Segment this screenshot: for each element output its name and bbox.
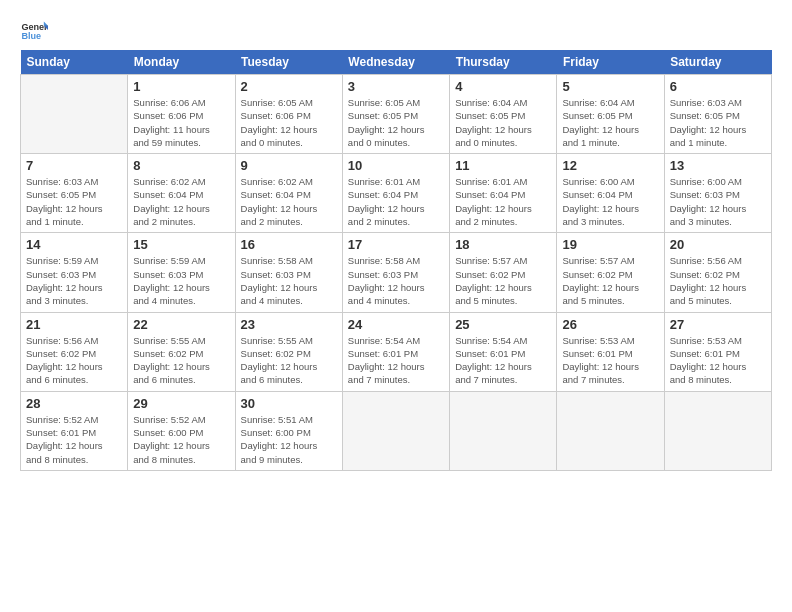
calendar-cell: 25Sunrise: 5:54 AM Sunset: 6:01 PM Dayli… [450, 312, 557, 391]
header-thursday: Thursday [450, 50, 557, 75]
calendar-cell: 4Sunrise: 6:04 AM Sunset: 6:05 PM Daylig… [450, 75, 557, 154]
day-number: 29 [133, 396, 229, 411]
logo: General Blue [20, 16, 52, 44]
day-number: 6 [670, 79, 766, 94]
day-info: Sunrise: 5:52 AM Sunset: 6:01 PM Dayligh… [26, 413, 122, 466]
day-number: 17 [348, 237, 444, 252]
day-info: Sunrise: 5:54 AM Sunset: 6:01 PM Dayligh… [348, 334, 444, 387]
day-info: Sunrise: 5:58 AM Sunset: 6:03 PM Dayligh… [348, 254, 444, 307]
calendar-cell [342, 391, 449, 470]
day-info: Sunrise: 5:56 AM Sunset: 6:02 PM Dayligh… [670, 254, 766, 307]
day-number: 10 [348, 158, 444, 173]
calendar-cell [21, 75, 128, 154]
day-number: 25 [455, 317, 551, 332]
calendar-cell [557, 391, 664, 470]
day-info: Sunrise: 5:55 AM Sunset: 6:02 PM Dayligh… [133, 334, 229, 387]
day-info: Sunrise: 6:02 AM Sunset: 6:04 PM Dayligh… [241, 175, 337, 228]
day-info: Sunrise: 5:51 AM Sunset: 6:00 PM Dayligh… [241, 413, 337, 466]
day-number: 21 [26, 317, 122, 332]
calendar-cell: 26Sunrise: 5:53 AM Sunset: 6:01 PM Dayli… [557, 312, 664, 391]
calendar-cell: 24Sunrise: 5:54 AM Sunset: 6:01 PM Dayli… [342, 312, 449, 391]
day-info: Sunrise: 6:03 AM Sunset: 6:05 PM Dayligh… [26, 175, 122, 228]
day-number: 27 [670, 317, 766, 332]
day-number: 4 [455, 79, 551, 94]
day-info: Sunrise: 6:01 AM Sunset: 6:04 PM Dayligh… [348, 175, 444, 228]
day-number: 28 [26, 396, 122, 411]
calendar-cell: 1Sunrise: 6:06 AM Sunset: 6:06 PM Daylig… [128, 75, 235, 154]
day-info: Sunrise: 6:01 AM Sunset: 6:04 PM Dayligh… [455, 175, 551, 228]
day-number: 11 [455, 158, 551, 173]
day-number: 30 [241, 396, 337, 411]
day-number: 14 [26, 237, 122, 252]
day-info: Sunrise: 6:04 AM Sunset: 6:05 PM Dayligh… [455, 96, 551, 149]
calendar-cell: 21Sunrise: 5:56 AM Sunset: 6:02 PM Dayli… [21, 312, 128, 391]
calendar-cell: 15Sunrise: 5:59 AM Sunset: 6:03 PM Dayli… [128, 233, 235, 312]
day-info: Sunrise: 5:53 AM Sunset: 6:01 PM Dayligh… [562, 334, 658, 387]
calendar-cell: 18Sunrise: 5:57 AM Sunset: 6:02 PM Dayli… [450, 233, 557, 312]
calendar-cell: 16Sunrise: 5:58 AM Sunset: 6:03 PM Dayli… [235, 233, 342, 312]
calendar-cell: 30Sunrise: 5:51 AM Sunset: 6:00 PM Dayli… [235, 391, 342, 470]
calendar-cell: 12Sunrise: 6:00 AM Sunset: 6:04 PM Dayli… [557, 154, 664, 233]
day-info: Sunrise: 5:56 AM Sunset: 6:02 PM Dayligh… [26, 334, 122, 387]
day-info: Sunrise: 6:04 AM Sunset: 6:05 PM Dayligh… [562, 96, 658, 149]
day-info: Sunrise: 6:03 AM Sunset: 6:05 PM Dayligh… [670, 96, 766, 149]
calendar-cell: 28Sunrise: 5:52 AM Sunset: 6:01 PM Dayli… [21, 391, 128, 470]
day-info: Sunrise: 5:55 AM Sunset: 6:02 PM Dayligh… [241, 334, 337, 387]
day-number: 26 [562, 317, 658, 332]
day-number: 20 [670, 237, 766, 252]
day-info: Sunrise: 5:52 AM Sunset: 6:00 PM Dayligh… [133, 413, 229, 466]
day-number: 9 [241, 158, 337, 173]
calendar-cell: 9Sunrise: 6:02 AM Sunset: 6:04 PM Daylig… [235, 154, 342, 233]
calendar-cell: 20Sunrise: 5:56 AM Sunset: 6:02 PM Dayli… [664, 233, 771, 312]
day-info: Sunrise: 6:00 AM Sunset: 6:04 PM Dayligh… [562, 175, 658, 228]
day-number: 7 [26, 158, 122, 173]
day-number: 2 [241, 79, 337, 94]
calendar-cell [450, 391, 557, 470]
day-number: 3 [348, 79, 444, 94]
day-info: Sunrise: 5:57 AM Sunset: 6:02 PM Dayligh… [455, 254, 551, 307]
day-number: 18 [455, 237, 551, 252]
day-number: 23 [241, 317, 337, 332]
calendar-cell: 13Sunrise: 6:00 AM Sunset: 6:03 PM Dayli… [664, 154, 771, 233]
calendar-cell: 10Sunrise: 6:01 AM Sunset: 6:04 PM Dayli… [342, 154, 449, 233]
day-info: Sunrise: 6:05 AM Sunset: 6:05 PM Dayligh… [348, 96, 444, 149]
day-info: Sunrise: 6:06 AM Sunset: 6:06 PM Dayligh… [133, 96, 229, 149]
day-info: Sunrise: 5:59 AM Sunset: 6:03 PM Dayligh… [26, 254, 122, 307]
calendar-cell: 7Sunrise: 6:03 AM Sunset: 6:05 PM Daylig… [21, 154, 128, 233]
calendar-cell: 5Sunrise: 6:04 AM Sunset: 6:05 PM Daylig… [557, 75, 664, 154]
calendar-cell: 19Sunrise: 5:57 AM Sunset: 6:02 PM Dayli… [557, 233, 664, 312]
day-number: 16 [241, 237, 337, 252]
header-friday: Friday [557, 50, 664, 75]
day-number: 1 [133, 79, 229, 94]
day-info: Sunrise: 5:58 AM Sunset: 6:03 PM Dayligh… [241, 254, 337, 307]
day-number: 15 [133, 237, 229, 252]
calendar-cell: 27Sunrise: 5:53 AM Sunset: 6:01 PM Dayli… [664, 312, 771, 391]
day-info: Sunrise: 5:57 AM Sunset: 6:02 PM Dayligh… [562, 254, 658, 307]
header-saturday: Saturday [664, 50, 771, 75]
day-info: Sunrise: 5:53 AM Sunset: 6:01 PM Dayligh… [670, 334, 766, 387]
calendar-cell: 22Sunrise: 5:55 AM Sunset: 6:02 PM Dayli… [128, 312, 235, 391]
day-number: 12 [562, 158, 658, 173]
calendar-cell: 14Sunrise: 5:59 AM Sunset: 6:03 PM Dayli… [21, 233, 128, 312]
day-number: 24 [348, 317, 444, 332]
calendar-cell: 17Sunrise: 5:58 AM Sunset: 6:03 PM Dayli… [342, 233, 449, 312]
day-info: Sunrise: 5:54 AM Sunset: 6:01 PM Dayligh… [455, 334, 551, 387]
day-number: 5 [562, 79, 658, 94]
header-monday: Monday [128, 50, 235, 75]
calendar-cell: 11Sunrise: 6:01 AM Sunset: 6:04 PM Dayli… [450, 154, 557, 233]
day-number: 8 [133, 158, 229, 173]
day-number: 22 [133, 317, 229, 332]
calendar-cell: 23Sunrise: 5:55 AM Sunset: 6:02 PM Dayli… [235, 312, 342, 391]
calendar-cell: 29Sunrise: 5:52 AM Sunset: 6:00 PM Dayli… [128, 391, 235, 470]
calendar-cell [664, 391, 771, 470]
day-number: 13 [670, 158, 766, 173]
calendar-cell: 3Sunrise: 6:05 AM Sunset: 6:05 PM Daylig… [342, 75, 449, 154]
day-info: Sunrise: 6:05 AM Sunset: 6:06 PM Dayligh… [241, 96, 337, 149]
day-info: Sunrise: 5:59 AM Sunset: 6:03 PM Dayligh… [133, 254, 229, 307]
day-info: Sunrise: 6:00 AM Sunset: 6:03 PM Dayligh… [670, 175, 766, 228]
svg-text:Blue: Blue [21, 31, 41, 41]
header-wednesday: Wednesday [342, 50, 449, 75]
calendar-cell: 6Sunrise: 6:03 AM Sunset: 6:05 PM Daylig… [664, 75, 771, 154]
calendar-table: SundayMondayTuesdayWednesdayThursdayFrid… [20, 50, 772, 471]
day-info: Sunrise: 6:02 AM Sunset: 6:04 PM Dayligh… [133, 175, 229, 228]
